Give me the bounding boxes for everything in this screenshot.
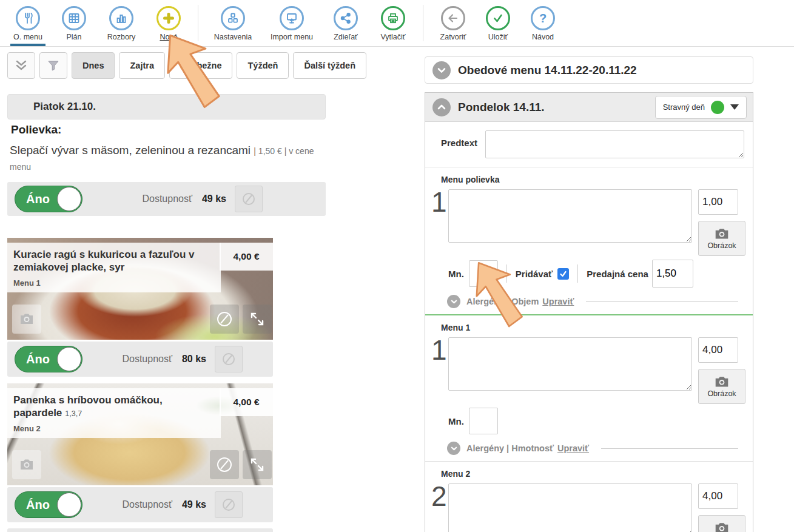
tab-label: Zajtra bbox=[130, 61, 154, 70]
food-title-overlay: Panenka s hríbovou omáčkou, papardele1,3… bbox=[7, 388, 221, 438]
food-allergens: 1,3,7 bbox=[65, 409, 82, 418]
monitor-upload-icon bbox=[280, 6, 304, 30]
calendar-grid-icon bbox=[62, 6, 86, 30]
plus-icon bbox=[156, 6, 181, 30]
allergens-edit-link[interactable]: Upraviť bbox=[557, 443, 589, 453]
availability-label: Dostupnosť bbox=[122, 499, 172, 510]
day-type-label: Stravný deň bbox=[663, 103, 705, 112]
tab-tyzden[interactable]: Týždeň bbox=[237, 52, 289, 79]
allergens-edit-link[interactable]: Upraviť bbox=[542, 297, 574, 306]
tab-dalsi-tyzden[interactable]: Ďalší týždeň bbox=[293, 52, 366, 79]
toolbar-item-label: Uložiť bbox=[488, 33, 508, 41]
mn-input[interactable] bbox=[469, 260, 498, 287]
circle-slash-icon bbox=[215, 309, 234, 329]
toolbar-item-vytlacit[interactable]: Vytlačiť bbox=[369, 5, 417, 41]
pridavat-checkbox[interactable] bbox=[557, 268, 569, 280]
section-menu-polievka: Menu polievka 1 Obrázok Mn. Pridávať Pre… bbox=[425, 167, 753, 308]
camera-icon bbox=[18, 456, 35, 473]
toggle-knob bbox=[57, 347, 81, 371]
day-header-bar[interactable]: Piatok 21.10. bbox=[7, 94, 326, 120]
sale-price-input[interactable] bbox=[652, 260, 693, 288]
chevron-down-circle-icon[interactable] bbox=[432, 61, 451, 79]
card-toggle[interactable]: Áno bbox=[15, 491, 82, 518]
sale-price-label: Predajná cena bbox=[587, 269, 648, 279]
availability-edit-button[interactable] bbox=[235, 186, 263, 212]
toggle-label: Áno bbox=[26, 498, 50, 512]
cost-price-input[interactable] bbox=[698, 189, 738, 215]
availability-edit-button[interactable] bbox=[215, 491, 243, 518]
food-card: Kuracie ragú s kukuricou a fazuľou v zem… bbox=[7, 238, 273, 377]
week-menu-title: Obedové menu 14.11.22-20.11.22 bbox=[458, 64, 637, 77]
day-editor-title: Pondelok 14.11. bbox=[458, 101, 545, 114]
chevron-down-circle-icon[interactable] bbox=[447, 442, 460, 455]
mn-input[interactable] bbox=[469, 408, 498, 434]
disable-item-button[interactable] bbox=[210, 450, 239, 479]
cost-price-input[interactable] bbox=[698, 337, 738, 363]
toolbar-item-o-menu[interactable]: O. menu bbox=[5, 5, 51, 41]
obrazok-button[interactable]: Obrázok bbox=[698, 221, 745, 256]
next-card-edge bbox=[7, 528, 273, 532]
chevron-down-circle-icon[interactable] bbox=[447, 295, 460, 308]
toolbar-item-ulozit[interactable]: Uložiť bbox=[477, 5, 519, 41]
share-icon bbox=[334, 6, 358, 30]
availability-label: Dostupnosť bbox=[122, 354, 172, 365]
expand-photo-button[interactable] bbox=[243, 305, 272, 334]
food-card: Panenka s hríbovou omáčkou, papardele1,3… bbox=[7, 383, 273, 522]
section-number: 1 bbox=[431, 337, 448, 364]
predtext-textarea[interactable] bbox=[485, 130, 744, 158]
availability-label: Dostupnosť bbox=[142, 194, 192, 204]
toolbar-item-import-menu[interactable]: Import menu bbox=[261, 5, 322, 41]
toolbar-item-zdielat[interactable]: Zdieľať bbox=[322, 5, 369, 41]
circle-slash-icon bbox=[220, 351, 237, 368]
blocks-icon bbox=[221, 6, 245, 30]
menu-1-textarea[interactable] bbox=[448, 337, 692, 391]
divider bbox=[577, 264, 578, 283]
toolbar-item-label: Rozbory bbox=[107, 33, 136, 41]
toolbar-item-label: Návod bbox=[532, 33, 554, 41]
collapse-all-button[interactable] bbox=[7, 52, 35, 79]
camera-icon bbox=[715, 227, 729, 240]
disable-item-button[interactable] bbox=[210, 305, 239, 334]
filter-button[interactable] bbox=[39, 52, 67, 79]
change-photo-button[interactable] bbox=[12, 450, 41, 479]
obrazok-button[interactable]: Obrázok bbox=[698, 369, 745, 404]
printer-icon bbox=[381, 6, 405, 30]
menu-polievka-textarea[interactable] bbox=[448, 189, 692, 243]
expand-photo-button[interactable] bbox=[243, 450, 272, 479]
toolbar-item-navod[interactable]: ? Návod bbox=[519, 5, 567, 41]
food-title-overlay: Kuracie ragú s kukuricou a fazuľou v zem… bbox=[7, 243, 221, 292]
obrazok-button[interactable]: Obrázok bbox=[698, 515, 745, 532]
toolbar-item-label: Zatvoriť bbox=[440, 33, 466, 41]
circle-slash-icon bbox=[240, 190, 257, 207]
week-menu-bar[interactable]: Obedové menu 14.11.22-20.11.22 bbox=[425, 56, 753, 84]
menu-2-textarea[interactable] bbox=[448, 483, 692, 532]
tab-label: Týždeň bbox=[247, 61, 278, 70]
toolbar-item-nastavenia[interactable]: Nastavenia bbox=[204, 5, 261, 41]
camera-icon bbox=[18, 311, 35, 328]
day-type-dropdown[interactable]: Stravný deň bbox=[655, 96, 747, 119]
chevron-up-circle-icon[interactable] bbox=[432, 98, 451, 116]
toolbar-item-plan[interactable]: Plán bbox=[51, 5, 97, 41]
soup-heading: Polievka: bbox=[11, 123, 61, 136]
predtext-row: Predtext bbox=[425, 122, 753, 167]
cost-price-input[interactable] bbox=[698, 483, 738, 509]
menu-tag: Menu 2 bbox=[13, 424, 215, 433]
tab-zajtra[interactable]: Zajtra bbox=[119, 52, 165, 79]
change-photo-button[interactable] bbox=[12, 305, 41, 334]
caret-down-icon bbox=[730, 104, 739, 110]
availability-edit-button[interactable] bbox=[215, 346, 243, 372]
expand-icon bbox=[249, 457, 265, 473]
day-editor-panel: Pondelok 14.11. Stravný deň Predtext Men… bbox=[425, 92, 753, 532]
circle-slash-icon bbox=[220, 496, 237, 513]
section-number: 1 bbox=[431, 189, 448, 216]
toggle-label: Áno bbox=[26, 192, 50, 206]
tab-dnes[interactable]: Dnes bbox=[72, 52, 115, 79]
card-availability-bar: Áno Dostupnosť 80 ks bbox=[7, 342, 273, 377]
card-toggle[interactable]: Áno bbox=[15, 346, 82, 372]
toolbar-item-zatvorit[interactable]: Zatvoriť bbox=[429, 5, 477, 41]
mn-label: Mn. bbox=[448, 269, 464, 279]
soup-toggle[interactable]: Áno bbox=[15, 186, 82, 212]
toolbar-item-nove[interactable]: Nové bbox=[146, 5, 192, 41]
toolbar-item-rozbory[interactable]: Rozbory bbox=[97, 5, 146, 41]
tab-priebezne[interactable]: Priebežne bbox=[169, 52, 233, 79]
